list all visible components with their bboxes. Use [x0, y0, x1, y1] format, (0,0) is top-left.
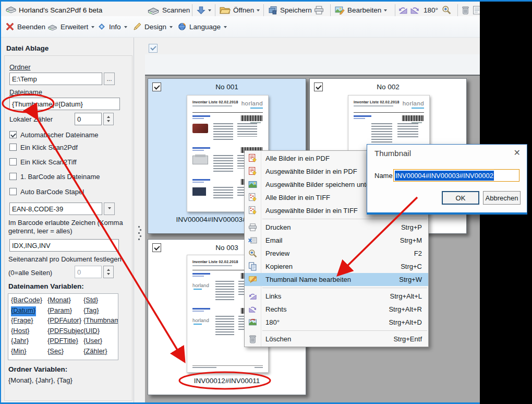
checkbox-auto-dateiname[interactable] — [9, 131, 17, 138]
menu-item-label: 180° — [265, 318, 280, 326]
var-link[interactable]: {Monat} — [47, 296, 83, 306]
edit-name-icon — [248, 275, 257, 284]
var-link[interactable]: {Host} — [11, 327, 47, 337]
var-link[interactable]: {Std} — [83, 296, 118, 306]
var-link-selected[interactable]: {Datum} — [11, 306, 36, 317]
pages-input[interactable]: 0 — [75, 266, 102, 278]
rotate-180-button[interactable]: 180° — [424, 3, 438, 17]
speichern-button[interactable]: Speichern — [268, 3, 318, 17]
filename-vars-heading: Dateinamen Variablen: — [8, 282, 84, 290]
var-link[interactable]: {Tag} — [83, 306, 118, 317]
toolbar-separator — [395, 4, 395, 16]
dateiname-link[interactable]: Dateiname — [9, 88, 42, 96]
checkbox-label: Ein Klick Scan2Pdf — [20, 144, 78, 151]
trash-icon — [461, 6, 470, 15]
var-link[interactable]: {Thumbnam — [83, 316, 118, 327]
counter-spinner[interactable] — [103, 113, 114, 125]
var-link[interactable]: {PDFAutor} — [47, 316, 83, 327]
barcode-type-select[interactable]: EAN-8,CODE-39 — [9, 203, 102, 215]
var-link[interactable]: {Sec} — [47, 347, 83, 358]
tiff-icon — [248, 193, 257, 202]
menubar-info[interactable]: Info — [95, 20, 130, 33]
preview-zoom-button[interactable] — [442, 3, 451, 17]
dateiname-input[interactable]: {Thumbname}#{Datum} — [9, 98, 120, 110]
checkbox-einklick-pdf[interactable] — [9, 144, 17, 151]
rotate-right-button[interactable] — [410, 3, 420, 17]
var-link[interactable]: {Frage} — [11, 316, 47, 327]
thumbnail-dialog: Thumbnail ✕ Name INV00004#INV00003#INV00… — [367, 144, 527, 215]
checkbox-einklick-tiff[interactable] — [9, 158, 17, 165]
var-link[interactable]: {BarCode} — [11, 296, 47, 306]
dialog-close-icon[interactable]: ✕ — [514, 148, 521, 158]
var-link[interactable]: {PDFSubjec — [47, 327, 83, 337]
cancel-button[interactable]: Abbrechen — [483, 191, 521, 205]
menu-item-label: Thumbnail Name bearbeiten — [265, 276, 351, 283]
scan-dropdown-button[interactable] — [197, 3, 211, 17]
spin-up-icon[interactable] — [104, 113, 113, 119]
var-link[interactable]: {PDFTitle} — [47, 337, 83, 347]
menu-item-label: Preview — [265, 249, 289, 257]
toolbar-separator — [192, 4, 192, 16]
menu-item-label: Alle Bilder in ein TIFF — [265, 194, 330, 201]
ordner-input[interactable]: E:\Temp — [9, 73, 102, 85]
barcode — [241, 115, 263, 121]
menubar-language[interactable]: Language — [175, 20, 229, 33]
splitter-grip[interactable] — [138, 226, 141, 241]
dialog-name-input[interactable]: INV00004#INV00003#INV00002 — [393, 169, 519, 182]
pdf-icon — [248, 167, 257, 176]
var-link[interactable]: {UID} — [83, 327, 118, 337]
var-link[interactable]: {Param} — [47, 306, 83, 317]
menu-item-drucken[interactable]: Drucken Strg+P — [245, 221, 428, 234]
select-all-checkbox-button[interactable] — [149, 44, 158, 53]
barcode-type-dropdown-button[interactable] — [104, 203, 115, 215]
menu-item-rechts[interactable]: Rechts Strg+Alt+R — [245, 303, 428, 316]
scannen-button[interactable]: Scannen — [147, 3, 190, 17]
menu-item-thumbnail-name-bearbeiten[interactable]: Thumbnail Name bearbeiten Strg+W — [245, 273, 428, 286]
var-link[interactable]: {User} — [83, 337, 118, 347]
var-link[interactable]: {Min} — [11, 347, 47, 358]
doc-title: Inventar Liste 02.02.2018 — [192, 100, 238, 104]
spin-down-icon[interactable] — [104, 119, 113, 125]
checkbox-barcode-dateiname[interactable] — [9, 173, 17, 180]
menu-item-links[interactable]: Links Strg+Alt+L — [245, 290, 428, 303]
menu-item-email[interactable]: Email Strg+M — [245, 234, 428, 247]
bearbeiten-button[interactable]: Bearbeiten — [335, 3, 387, 17]
checkbox-auto-barcode-stapel[interactable] — [9, 188, 17, 195]
menubar-design[interactable]: Design — [130, 20, 175, 33]
menubar-design-label: Design — [144, 23, 166, 31]
globe-icon — [178, 22, 186, 31]
rotate-right-icon — [248, 305, 257, 314]
counter-input[interactable]: 0 — [75, 113, 102, 125]
spin-down-icon[interactable] — [104, 272, 113, 278]
splitter-line — [134, 38, 134, 403]
menubar-erweitert[interactable]: Erweitert — [45, 20, 97, 33]
var-link[interactable]: {Zähler} — [83, 347, 118, 358]
tile-caption: INV00012#INV00011 — [148, 377, 306, 385]
pages-spinner[interactable] — [103, 266, 114, 278]
chevron-down-icon — [170, 26, 173, 30]
oeffnen-button[interactable]: Öffnen — [220, 3, 260, 17]
allowed-chars-label: Im Barcode erlaubte Zeichen (Komma getre… — [8, 219, 124, 235]
doc-logo-small: horland — [192, 282, 209, 288]
menu-item-label: Ausgewählte Bilder in ein TIFF — [265, 207, 358, 215]
print-button[interactable] — [314, 3, 324, 17]
ordner-link[interactable]: Ordner — [9, 63, 30, 71]
allowed-chars-input[interactable]: IDX,ING,INV — [9, 239, 119, 252]
checkbox-label: 1. BarCode als Dateiname — [20, 173, 100, 181]
menubar-beenden[interactable]: Beenden — [3, 20, 48, 33]
menu-item-kopieren[interactable]: Kopieren Strg+C — [245, 260, 428, 273]
spin-up-icon[interactable] — [104, 266, 113, 272]
rotate-left-button[interactable] — [398, 3, 408, 17]
menu-item-180[interactable]: 180° Strg+Alt+D — [245, 316, 428, 329]
var-link[interactable]: {Jahr} — [11, 337, 47, 347]
menu-item-loeschen[interactable]: Löschen Strg+Entf — [245, 332, 428, 346]
scanner-icon — [47, 23, 57, 31]
printer-icon — [248, 223, 257, 232]
ok-button[interactable]: OK — [442, 191, 479, 205]
window-left-border — [0, 2, 1, 403]
browse-button[interactable]: ... — [104, 73, 115, 85]
pages-hint: (0=alle Seiten) — [8, 269, 52, 277]
delete-button[interactable] — [461, 3, 470, 17]
toolbar-separator — [215, 4, 215, 16]
menu-item-preview[interactable]: Preview F2 — [245, 247, 428, 260]
